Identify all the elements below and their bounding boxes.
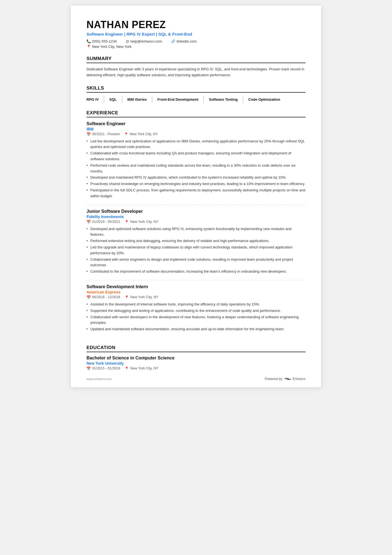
phone-contact: 📞 (555) 555-1234 [86, 39, 117, 43]
location-pin-icon: 📍 [86, 45, 91, 49]
bullet-list: Assisted in the development of internal … [86, 302, 306, 332]
job-company: IBM [86, 127, 306, 131]
education-container: Bachelor of Science in Computer Science … [86, 356, 306, 371]
bullet-item: Participated in the full SDLC process, f… [86, 188, 306, 199]
bullet-item: Contributed to the improvement of softwa… [86, 269, 306, 275]
bullet-item: Performed extensive testing and debuggin… [86, 238, 306, 244]
location-icon: 📍 [125, 220, 129, 224]
enhancv-logo: Enhancv [284, 377, 306, 381]
job-entry: Junior Software Developer Fidelity Inves… [86, 209, 306, 280]
linkedin-contact: 🔗 linkedin.com [171, 39, 197, 43]
bullet-item: Developed and optimized software solutio… [86, 226, 306, 238]
bullet-item: Proactively shared knowledge on emerging… [86, 181, 306, 187]
footer-brand: Powered by Enhancv [265, 377, 306, 381]
bullet-item: Collaborated with senior engineers to de… [86, 257, 306, 268]
summary-text: Dedicated Software Engineer with 3 years… [86, 66, 306, 78]
bullet-list: Led the development and optimization of … [86, 139, 306, 199]
job-date: 📅 06/2018 - 12/2018 [86, 295, 120, 299]
email-icon: @ [126, 39, 129, 43]
job-meta: 📅 06/2018 - 12/2018 📍 New York City, NY [86, 295, 306, 299]
job-date: 📅 01/2019 - 05/2021 [86, 220, 120, 224]
job-company: Fidelity Investments [86, 214, 306, 219]
edu-degree: Bachelor of Science in Computer Science [86, 356, 306, 361]
bullet-item: Developed and maintained RPG IV applicat… [86, 175, 306, 181]
education-heading: EDUCATION [86, 345, 306, 352]
location-icon: 📍 [125, 295, 129, 299]
edu-location-icon: 📍 [125, 366, 129, 371]
edu-location: 📍 New York City, NY [125, 366, 158, 371]
edu-calendar-icon: 📅 [86, 366, 91, 371]
edu-date: 📅 01/2015 - 01/2019 [86, 366, 120, 371]
skill-item: Software Testing [209, 96, 243, 103]
experience-heading: EXPERIENCE [86, 110, 306, 117]
location-icon: 📍 [124, 132, 128, 136]
header: NATHAN PEREZ Software Engineer | RPG IV … [86, 19, 306, 49]
bullet-item: Assisted in the development of internal … [86, 302, 306, 307]
job-location: 📍 New York City, NY [125, 220, 158, 224]
job-entry: Software Engineer IBM 📅 06/2021 - Presen… [86, 121, 306, 205]
edu-meta: 📅 01/2015 - 01/2019 📍 New York City, NY [86, 366, 306, 371]
link-icon: 🔗 [171, 39, 175, 43]
job-entry: Software Development Intern American Exp… [86, 284, 306, 338]
skill-item: Code Optimization [248, 96, 285, 103]
email-value: help@enhancv.com [130, 39, 162, 43]
skill-item: SQL [109, 96, 122, 103]
linkedin-value: linkedin.com [177, 39, 197, 43]
job-location: 📍 New York City, NY [125, 295, 158, 299]
phone-icon: 📞 [86, 39, 91, 43]
job-date: 📅 06/2021 - Present [86, 132, 120, 136]
job-title: Junior Software Developer [86, 209, 306, 214]
calendar-icon: 📅 [86, 220, 91, 224]
email-contact: @ help@enhancv.com [126, 39, 162, 43]
bullet-item: Collaborated with cross-functional teams… [86, 151, 306, 162]
bullet-list: Developed and optimized software solutio… [86, 226, 306, 275]
job-title: Software Development Intern [86, 284, 306, 289]
skill-item: Front-End Development [157, 96, 204, 103]
job-location: 📍 New York City, NY [124, 132, 158, 136]
calendar-icon: 📅 [86, 295, 91, 299]
summary-heading: SUMMARY [86, 56, 306, 63]
contact-row: 📞 (555) 555-1234 @ help@enhancv.com 🔗 li… [86, 39, 306, 43]
job-company: American Express [86, 290, 306, 294]
location-value: New York City, New York [92, 45, 132, 49]
bullet-item: Supported the debugging and testing of a… [86, 308, 306, 314]
page-footer: www.enhancv.com Powered by Enhancv [86, 377, 306, 381]
jobs-container: Software Engineer IBM 📅 06/2021 - Presen… [86, 121, 306, 338]
candidate-name: NATHAN PEREZ [86, 19, 306, 31]
resume-page: NATHAN PEREZ Software Engineer | RPG IV … [71, 6, 321, 387]
location-row: 📍 New York City, New York [86, 45, 306, 49]
skill-item: IBM iSeries [127, 96, 152, 103]
enhancv-logo-svg [284, 377, 292, 381]
job-title: Software Engineer [86, 121, 306, 126]
powered-by-label: Powered by [265, 377, 282, 381]
education-entry: Bachelor of Science in Computer Science … [86, 356, 306, 371]
summary-section: SUMMARY Dedicated Software Engineer with… [86, 56, 306, 78]
bullet-item: Collaborated with senior developers in t… [86, 314, 306, 326]
skills-heading: SKILLS [86, 85, 306, 93]
skill-item: RPG IV [86, 96, 104, 103]
calendar-icon: 📅 [86, 132, 91, 136]
bullet-item: Led the development and optimization of … [86, 139, 306, 150]
job-meta: 📅 01/2019 - 05/2021 📍 New York City, NY [86, 220, 306, 224]
bullet-item: Led the upgrade and maintenance of legac… [86, 245, 306, 256]
edu-school: New York University [86, 361, 306, 366]
skills-section: SKILLS RPG IVSQLIBM iSeriesFront-End Dev… [86, 85, 306, 103]
bullet-item: Performed code reviews and maintained co… [86, 163, 306, 174]
bullet-item: Updated and maintained software document… [86, 326, 306, 332]
enhancv-brand-name: Enhancv [292, 377, 306, 381]
job-meta: 📅 06/2021 - Present 📍 New York City, NY [86, 132, 306, 136]
experience-section: EXPERIENCE Software Engineer IBM 📅 06/20… [86, 110, 306, 338]
phone-value: (555) 555-1234 [92, 39, 117, 43]
candidate-title: Software Engineer | RPG IV Expert | SQL … [86, 32, 306, 36]
skills-list: RPG IVSQLIBM iSeriesFront-End Developmen… [86, 96, 306, 103]
education-section: EDUCATION Bachelor of Science in Compute… [86, 345, 306, 371]
footer-website: www.enhancv.com [86, 377, 112, 381]
